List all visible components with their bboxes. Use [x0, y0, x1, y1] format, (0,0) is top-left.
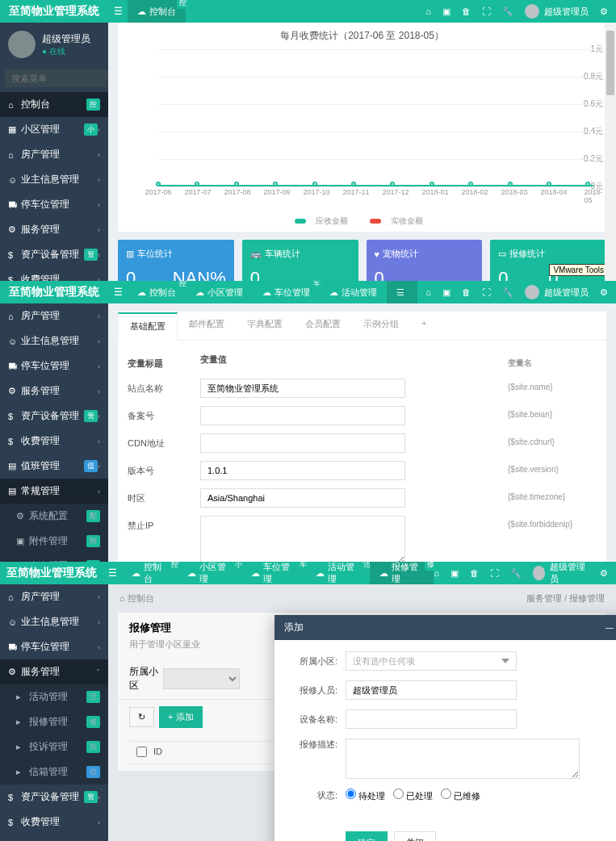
gear-icon[interactable] [600, 6, 608, 17]
tab-控制台[interactable]: 控制台控 [128, 281, 186, 303]
tab-icon [137, 287, 146, 298]
settings-tab-会员配置[interactable]: 会员配置 [294, 312, 352, 340]
setting-input-版本号[interactable] [200, 461, 405, 480]
grid-icon [126, 249, 134, 259]
tab-icon [316, 568, 325, 579]
nav-房产管理[interactable]: 房产管理‹ [0, 303, 108, 328]
nav-活动管理[interactable]: 活动管理活 [0, 684, 108, 709]
nav-收费管理[interactable]: 收费管理‹ [0, 267, 108, 281]
tab-控制台[interactable]: 控制台控 [122, 562, 178, 584]
tab-bars[interactable] [387, 281, 417, 303]
tab-小区管理[interactable]: 小区管理 [186, 281, 253, 303]
nav-资产设备管理[interactable]: 资产设备管理资‹ [0, 404, 108, 429]
wrench-icon[interactable] [510, 568, 522, 579]
nav-房产管理[interactable]: 房产管理‹ [0, 142, 108, 167]
setting-input-站点名称[interactable] [200, 379, 405, 398]
nav-资产设备管理[interactable]: 资产设备管理资‹ [0, 242, 108, 267]
fullscreen-icon[interactable] [490, 568, 499, 578]
stat-宠物统计[interactable]: 宠物统计0当前宠物数量 [367, 240, 483, 281]
cache-icon[interactable] [450, 568, 459, 579]
nav-停车位管理[interactable]: 停车位管理‹ [0, 192, 108, 217]
fullscreen-icon[interactable] [482, 287, 491, 297]
settings-tab-字典配置[interactable]: 字典配置 [236, 312, 294, 340]
stat-车辆统计[interactable]: 车辆统计0当前车辆数量 [242, 240, 358, 281]
tab-车位管理[interactable]: 车位管理车 [253, 281, 320, 303]
settings-tab-邮件配置[interactable]: 邮件配置 [178, 312, 236, 340]
nav-附件管理[interactable]: 附件管理附 [0, 529, 108, 554]
nav-业主信息管理[interactable]: 业主信息管理‹ [0, 167, 108, 192]
status-radio[interactable] [346, 789, 356, 799]
status-待处理[interactable]: 待处理 [346, 791, 385, 801]
tab-车位管理[interactable]: 车位管理车 [241, 562, 305, 584]
top-user[interactable]: 超级管理员 [525, 285, 589, 299]
settings-tab-示例分组[interactable]: 示例分组 [352, 312, 410, 340]
add-tab[interactable]: + [410, 312, 438, 340]
status-已处理[interactable]: 已处理 [393, 791, 433, 801]
gear-icon[interactable] [600, 568, 608, 579]
setting-row-禁止IP: 禁止IP{$site.forbiddenip} [118, 512, 606, 562]
setting-input-禁止IP[interactable] [200, 516, 405, 562]
status-radio[interactable] [393, 789, 404, 799]
f-desc[interactable] [346, 738, 580, 779]
top-user[interactable]: 超级管理员 [533, 562, 589, 585]
status-已维修[interactable]: 已维修 [441, 791, 480, 801]
nav-投诉管理[interactable]: 投诉管理投 [0, 734, 108, 759]
fullscreen-icon[interactable] [482, 6, 491, 16]
nav-停车位管理[interactable]: 停车位管理‹ [0, 354, 108, 379]
nav-报修管理[interactable]: 报修管理修 [0, 709, 108, 734]
modal-ok[interactable]: 确定 [346, 831, 388, 841]
setting-input-备案号[interactable] [200, 406, 405, 425]
home-icon[interactable] [425, 287, 431, 297]
nav-服务管理[interactable]: 服务管理‹ [0, 217, 108, 242]
nav-业主信息管理[interactable]: 业主信息管理‹ [0, 328, 108, 354]
wrench-icon[interactable] [502, 6, 513, 17]
nav-信箱管理[interactable]: 信箱管理信 [0, 759, 108, 785]
nav-系统配置[interactable]: 系统配置配 [0, 504, 108, 529]
stat-车位统计[interactable]: 车位统计0车位数量NAN%车位使用率 [118, 240, 234, 281]
nav-停车位管理[interactable]: 停车位管理‹ [0, 634, 108, 659]
settings-tab-基础配置[interactable]: 基础配置 [118, 312, 178, 341]
tab-活动管理[interactable]: 活动管理活 [306, 562, 370, 584]
scrollbar[interactable] [605, 23, 616, 281]
top-user[interactable]: 超级管理员 [525, 4, 589, 19]
nav-资产设备管理[interactable]: 资产设备管理资‹ [0, 785, 108, 810]
nav-房产管理[interactable]: 房产管理‹ [0, 584, 108, 609]
setting-input-CDN地址[interactable] [200, 433, 405, 453]
f-reporter[interactable] [346, 680, 517, 700]
home-icon[interactable] [425, 6, 431, 16]
f-device[interactable] [346, 709, 517, 729]
status-radio[interactable] [441, 789, 451, 799]
cache-icon[interactable] [442, 287, 450, 298]
nav-小区管理[interactable]: 小区管理小‹ [0, 117, 108, 142]
modal-cancel[interactable]: 关闭 [394, 831, 436, 841]
tab-报修管理[interactable]: 报修管理修 [370, 562, 434, 584]
nav-常规管理[interactable]: 常规管理‹ [0, 479, 108, 504]
nav-label: 业主信息管理 [21, 334, 98, 348]
hamburger-toggle[interactable] [108, 0, 128, 23]
wrench-icon[interactable] [502, 287, 513, 298]
trash-icon[interactable] [462, 6, 471, 16]
nav-收费管理[interactable]: 收费管理‹ [0, 429, 108, 454]
trash-icon[interactable] [462, 287, 471, 297]
gear-icon[interactable] [600, 287, 608, 298]
setting-var: {$site.beian} [508, 406, 597, 419]
modal-min[interactable]: — [606, 623, 614, 632]
nav-业主信息管理[interactable]: 业主信息管理‹ [0, 609, 108, 634]
trash-icon[interactable] [470, 568, 479, 578]
nav-服务管理[interactable]: 服务管理˅ [0, 659, 108, 684]
setting-input-时区[interactable] [200, 488, 405, 508]
nav-服务管理[interactable]: 服务管理‹ [0, 379, 108, 404]
tab-控制台[interactable]: 控制台控 [128, 0, 186, 23]
nav-值班管理[interactable]: 值班管理值‹ [0, 454, 108, 479]
tab-活动管理[interactable]: 活动管理 [320, 281, 387, 303]
nav-个人配置[interactable]: 个人配置个 [0, 554, 108, 562]
nav-值班管理[interactable]: 值班管理‹ [0, 835, 108, 841]
nav-label: 房产管理 [21, 148, 98, 161]
nav-控制台[interactable]: 控制台控 [0, 92, 108, 117]
tab-小区管理[interactable]: 小区管理小 [178, 562, 241, 584]
f-community[interactable]: 没有选中任何项 [346, 651, 517, 671]
hamburger-toggle[interactable] [108, 281, 128, 303]
cache-icon[interactable] [442, 6, 450, 17]
hamburger-toggle[interactable] [103, 562, 122, 584]
nav-收费管理[interactable]: 收费管理‹ [0, 810, 108, 835]
